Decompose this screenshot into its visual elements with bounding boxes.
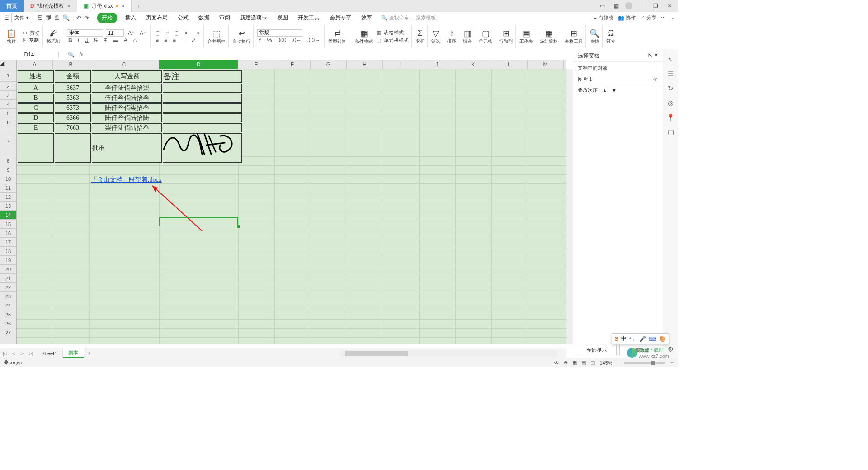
symbol-group[interactable]: Ω符号 <box>604 25 618 48</box>
ribbon-tab-formula[interactable]: 公式 <box>176 13 190 23</box>
vertical-scrollbar[interactable] <box>566 69 573 344</box>
file-menu[interactable]: 文件▾ <box>11 13 32 23</box>
undo-icon[interactable]: ↶ <box>76 14 81 21</box>
cut-icon[interactable]: ✂ <box>23 30 27 36</box>
fill-handle[interactable] <box>237 225 240 228</box>
save-as-icon[interactable]: 🗐 <box>45 14 51 21</box>
task-icon[interactable]: ☰ <box>668 70 674 78</box>
normal-view-icon[interactable]: ▦ <box>572 360 577 366</box>
orientation-icon[interactable]: ⤢ <box>190 37 197 44</box>
add-sheet-button[interactable]: ＋ <box>84 350 94 357</box>
pin-icon[interactable]: ⇱ <box>648 52 652 58</box>
wrap-group[interactable]: ↩自动换行 <box>230 25 254 48</box>
sheet-tab-sheet1[interactable]: Sheet1 <box>36 349 63 357</box>
ime-skin-icon[interactable]: 🎨 <box>659 336 666 342</box>
status-left-icon[interactable]: �содер <box>4 360 22 366</box>
ribbon-tab-new[interactable]: 新建选项卡 <box>238 13 269 23</box>
bold-button[interactable]: B <box>67 37 74 44</box>
save-icon[interactable]: 🖫 <box>37 14 42 21</box>
select-all-corner[interactable]: ◢ <box>0 60 17 69</box>
number-format-select[interactable] <box>257 29 302 37</box>
ime-toolbar[interactable]: S 中 •， 🎤 ⌨ 🎨 <box>612 333 669 344</box>
object-item[interactable]: 图片 1👁 <box>573 74 663 85</box>
cells-grid[interactable]: 姓名金额大写金额备注A3637叁仟陆佰叁拾柒B5363伍仟叁佰陆拾叁C6373陆… <box>17 69 566 344</box>
currency-icon[interactable]: ¥ <box>257 37 263 44</box>
table-style-button[interactable]: ▦表格样式 <box>377 29 409 36</box>
coop-button[interactable]: 👥 协作 <box>618 14 636 21</box>
split-view-icon[interactable]: ◫ <box>590 360 595 366</box>
new-tab-button[interactable]: ＋ <box>132 0 146 12</box>
sort-group[interactable]: ↕排序 <box>444 25 459 48</box>
font-color-button[interactable]: A <box>123 37 129 44</box>
font-size-select[interactable] <box>106 29 124 37</box>
ribbon-tab-eff[interactable]: 效率 <box>359 13 374 23</box>
redo-icon[interactable]: ↷ <box>84 14 89 21</box>
fill-color-button[interactable]: ▬ <box>112 37 120 44</box>
freeze-group[interactable]: ▦冻结窗格 <box>537 25 561 48</box>
sheet-tab-copy[interactable]: 副本 <box>63 348 84 358</box>
ribbon-tab-vip[interactable]: 会员专享 <box>328 13 353 23</box>
tab-file-active[interactable]: ▣月份.xlsx✕ <box>77 0 132 12</box>
align-top-icon[interactable]: ⬚ <box>154 29 162 37</box>
clear-format-button[interactable]: ◇ <box>132 37 138 44</box>
show-all-button[interactable]: 全部显示 <box>577 345 617 355</box>
cloud-changes[interactable]: ☁ 有修改 <box>592 14 613 21</box>
print-icon[interactable]: 🖶 <box>54 14 60 21</box>
decrease-font-icon[interactable]: A⁻ <box>138 29 147 37</box>
location-icon[interactable]: 📍 <box>666 113 675 122</box>
inc-decimal-icon[interactable]: .0← <box>290 37 303 44</box>
ime-lang[interactable]: 中 <box>621 335 627 343</box>
cell-group[interactable]: ▢单元格 <box>476 25 495 48</box>
share-button[interactable]: ↗ 分享 <box>640 14 656 21</box>
close-icon[interactable]: ✕ <box>121 4 125 9</box>
page-view-icon[interactable]: ▤ <box>581 360 586 366</box>
zoom-thumb[interactable] <box>651 361 655 365</box>
visibility-toggle-icon[interactable]: 👁 <box>653 77 658 82</box>
strike-button[interactable]: S̶ <box>93 37 99 44</box>
avatar-icon[interactable] <box>625 2 632 9</box>
zoom-out-button[interactable]: − <box>617 360 620 366</box>
merge-group[interactable]: ⬚合并居中 <box>205 25 229 48</box>
apps-icon[interactable]: ▦ <box>611 3 622 9</box>
more-icon[interactable]: ⋯ <box>661 15 666 21</box>
cell-style-button[interactable]: ▢单元格样式 <box>377 37 409 44</box>
italic-button[interactable]: I <box>76 37 80 44</box>
ribbon-tab-view[interactable]: 视图 <box>275 13 290 23</box>
eye-mode-icon[interactable]: 👁 <box>554 360 559 366</box>
sheet-group[interactable]: ▤工作表 <box>517 25 536 48</box>
send-backward-icon[interactable]: ▼ <box>612 88 617 93</box>
percent-icon[interactable]: % <box>266 37 274 44</box>
justify-icon[interactable]: ≣ <box>180 37 187 44</box>
border-button[interactable]: ⊞ <box>102 37 109 44</box>
ribbon-tab-start[interactable]: 开始 <box>97 13 117 23</box>
name-box[interactable]: D14 <box>0 52 59 58</box>
horizontal-scrollbar[interactable] <box>340 350 557 357</box>
backup-icon[interactable]: ↻ <box>668 85 674 93</box>
align-right-icon[interactable]: ≡ <box>171 37 177 44</box>
align-center-icon[interactable]: ≡ <box>163 37 169 44</box>
close-window-button[interactable]: ✕ <box>665 3 675 9</box>
ime-punct-icon[interactable]: •， <box>629 335 637 343</box>
underline-button[interactable]: U <box>83 37 90 44</box>
ime-voice-icon[interactable]: 🎤 <box>639 336 646 342</box>
format-painter-group[interactable]: 🖌格式刷 <box>44 25 63 48</box>
align-left-icon[interactable]: ≡ <box>154 37 160 44</box>
font-name-select[interactable] <box>67 29 103 37</box>
dec-decimal-icon[interactable]: .00→ <box>306 37 321 44</box>
indent-dec-icon[interactable]: ⇤ <box>184 29 191 37</box>
close-panel-icon[interactable]: ✕ <box>654 52 658 58</box>
comma-icon[interactable]: 000 <box>276 37 288 44</box>
bring-forward-icon[interactable]: ▲ <box>602 88 607 93</box>
close-icon[interactable]: ✕ <box>67 4 71 9</box>
sum-group[interactable]: Σ求和 <box>413 25 428 48</box>
sheet-nav-last[interactable]: >| <box>26 351 36 356</box>
align-bottom-icon[interactable]: ⬚ <box>173 29 181 37</box>
type-convert-group[interactable]: ⇄类型转换 <box>326 25 349 48</box>
increase-font-icon[interactable]: A⁺ <box>127 29 136 37</box>
ribbon-tab-data[interactable]: 数据 <box>197 13 211 23</box>
print-preview-icon[interactable]: 🔍 <box>62 14 70 21</box>
sheet-nav-prev[interactable]: < <box>9 351 18 356</box>
find-group[interactable]: 🔍查找 <box>587 25 603 48</box>
present-icon[interactable]: ▢ <box>668 128 674 136</box>
zoom-value[interactable]: 145% <box>599 360 612 366</box>
